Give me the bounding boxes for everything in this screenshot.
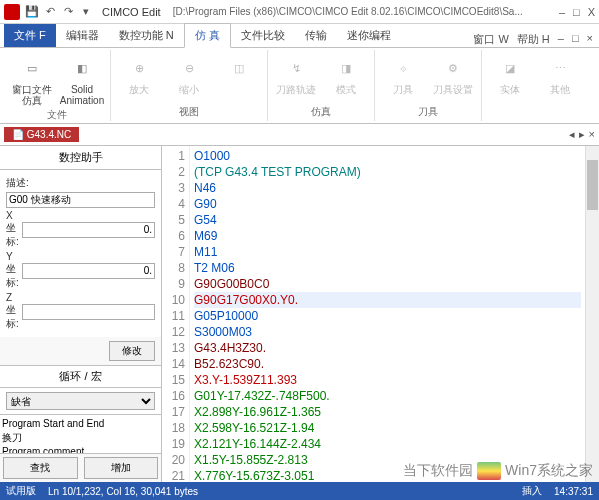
app-logo-icon [4,4,20,20]
tool-setup-icon: ⚙ [437,52,469,84]
maximize-button[interactable]: □ [573,6,580,18]
modify-button[interactable]: 修改 [109,341,155,361]
group-label: 仿真 [274,103,368,119]
group-label: 视图 [117,103,261,119]
list-item[interactable]: 换刀 [2,431,159,445]
code-editor[interactable]: O1000(TCP G43.4 TEST PROGRAM)N46G90G54M6… [190,146,585,482]
macro-list[interactable]: Program Start and End换刀Program commentG0… [0,414,161,453]
toolpath-icon: ↯ [280,52,312,84]
code-line[interactable]: G05P10000 [194,308,581,324]
desc-label: 描述: [6,176,50,190]
mode-btn: ◨模式 [324,52,368,95]
toolpath: ↯刀路轨迹 [274,52,318,95]
coord-input-2[interactable] [22,304,155,320]
qat-save-icon[interactable]: 💾 [24,4,40,20]
view-btn-icon: ◫ [223,52,255,84]
line-gutter: 1234567891011121314151617181920212223242… [162,146,190,482]
add-button[interactable]: 增加 [84,457,159,479]
list-item[interactable]: Program Start and End [2,417,159,431]
code-line[interactable]: G54 [194,212,581,228]
tab-file[interactable]: 文件 F [4,24,56,47]
group-label: 文件 [10,106,104,122]
tab-nav-left-icon[interactable]: ◂ [569,128,575,141]
coord-input-0[interactable] [22,222,155,238]
code-line[interactable]: X2.598Y-16.521Z-1.94 [194,420,581,436]
tool-btn-icon: ⟐ [387,52,419,84]
tab-nav-close-icon[interactable]: × [589,128,595,141]
tab-nav-right-icon[interactable]: ▸ [579,128,585,141]
window-file-sim-icon: ▭ [16,52,48,84]
document-tab[interactable]: 📄 G43.4.NC [4,127,79,142]
status-trial: 试用版 [6,484,36,498]
ribbon-min-icon[interactable]: – [558,32,564,47]
tab-2[interactable]: 仿 真 [184,23,231,48]
ribbon-help-icon[interactable]: □ [572,32,579,47]
code-line[interactable]: T2 M06 [194,260,581,276]
tab-4[interactable]: 传输 [295,24,337,47]
code-line[interactable]: O1000 [194,148,581,164]
zoom-in: ⊕放大 [117,52,161,95]
app-title: CIMCO Edit [102,6,161,18]
zoom-out-icon: ⊖ [173,52,205,84]
code-line[interactable]: G90G17G00X0.Y0. [194,292,581,308]
tab-window[interactable]: 窗口 W [473,32,508,47]
status-time: 14:37:31 [554,486,593,497]
tab-1[interactable]: 数控功能 N [109,24,184,47]
code-line[interactable]: M69 [194,228,581,244]
coord-label-1: Y 坐标: [6,251,22,290]
code-line[interactable]: X.776Y-15.673Z-3.051 [194,468,581,482]
tab-3[interactable]: 文件比较 [231,24,295,47]
qat-redo-icon[interactable]: ↷ [60,4,76,20]
document-path: [D:\Program Files (x86)\CIMCO\CIMCO Edit… [173,6,559,17]
code-line[interactable]: X2.898Y-16.961Z-1.365 [194,404,581,420]
loop-macro-title: 循环 / 宏 [0,365,161,388]
coord-label-0: X 坐标: [6,210,22,249]
code-line[interactable]: G01Y-17.432Z-.748F500. [194,388,581,404]
group-label [488,117,599,119]
close-button[interactable]: X [588,6,595,18]
find-btn: 🔍查找 [588,52,599,95]
tab-0[interactable]: 编辑器 [56,24,109,47]
solid-animation[interactable]: ◧SolidAnimation [60,52,104,106]
qat-undo-icon[interactable]: ↶ [42,4,58,20]
window-file-sim[interactable]: ▭窗口文件仿真 [10,52,54,106]
find-button[interactable]: 查找 [3,457,78,479]
ribbon-close-icon[interactable]: × [587,32,593,47]
mode-btn-icon: ◨ [330,52,362,84]
code-line[interactable]: G90 [194,196,581,212]
tool-setup: ⚙刀具设置 [431,52,475,95]
code-line[interactable]: X1.5Y-15.855Z-2.813 [194,452,581,468]
code-line[interactable]: X2.121Y-16.144Z-2.434 [194,436,581,452]
list-item[interactable]: Program comment [2,445,159,453]
vertical-scrollbar[interactable] [585,146,599,482]
code-line[interactable]: M11 [194,244,581,260]
view-btn: ◫ [217,52,261,84]
tab-5[interactable]: 迷你编程 [337,24,401,47]
nc-assistant-title: 数控助手 [0,146,161,170]
code-line[interactable]: S3000M03 [194,324,581,340]
code-line[interactable]: G43.4H3Z30. [194,340,581,356]
doc-tab-icon: 📄 [12,129,24,140]
tool-btn: ⟐刀具 [381,52,425,95]
coord-label-2: Z 坐标: [6,292,22,331]
status-mode: 插入 [522,484,542,498]
solid-animation-icon: ◧ [66,52,98,84]
group-label: 刀具 [381,103,475,119]
zoom-out: ⊖缩小 [167,52,211,95]
code-line[interactable]: G90G00B0C0 [194,276,581,292]
desc-input[interactable] [6,192,155,208]
other-btn-icon: ⋯ [544,52,576,84]
status-position: Ln 10/1,232, Col 16, 30,041 bytes [48,486,198,497]
default-select[interactable]: 缺省 [6,392,155,410]
code-line[interactable]: (TCP G43.4 TEST PROGRAM) [194,164,581,180]
code-line[interactable]: B52.623C90. [194,356,581,372]
qat-dropdown-icon[interactable]: ▾ [78,4,94,20]
code-line[interactable]: X3.Y-1.539Z11.393 [194,372,581,388]
code-line[interactable]: N46 [194,180,581,196]
minimize-button[interactable]: – [559,6,565,18]
find-btn-icon: 🔍 [594,52,599,84]
coord-input-1[interactable] [22,263,155,279]
scrollbar-thumb[interactable] [587,160,598,210]
tab-help[interactable]: 帮助 H [517,32,550,47]
solid-btn-icon: ◪ [494,52,526,84]
